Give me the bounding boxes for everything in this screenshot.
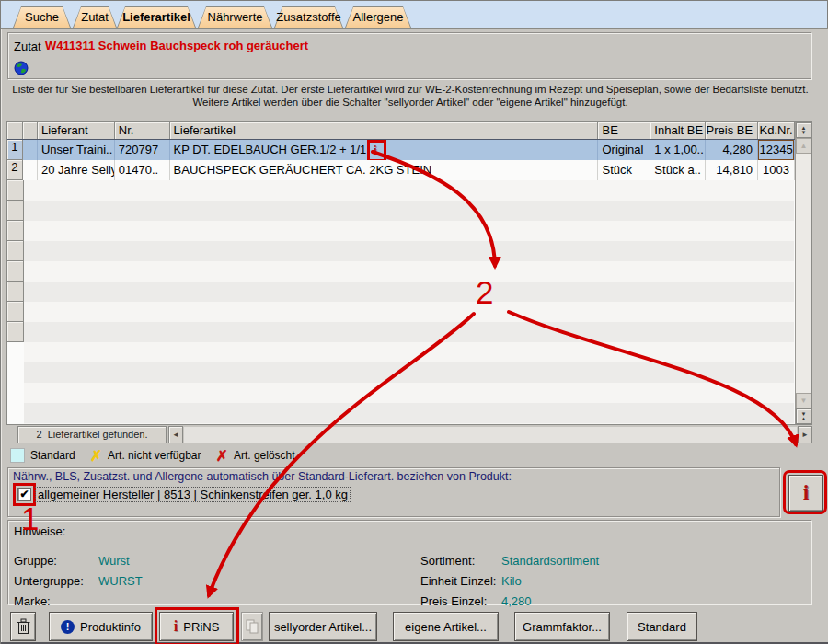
- scrollbar-track[interactable]: [796, 154, 811, 393]
- legend-unavailable-label: Art. nicht verfügbar: [108, 449, 201, 462]
- legend-standard-swatch: [10, 448, 25, 463]
- button-label: Standard: [638, 620, 686, 634]
- button-label: Produktinfo: [80, 620, 141, 634]
- annotation-box-row-info: [367, 140, 386, 160]
- cell-kdnr[interactable]: 12345: [758, 140, 795, 160]
- status-cell: [23, 140, 38, 160]
- scroll-up-icon[interactable]: ▲: [796, 138, 811, 154]
- detail-preis-einzel: Preis Einzel:4,280: [420, 594, 532, 608]
- col-header-nr[interactable]: Nr.: [115, 122, 170, 140]
- copy-button[interactable]: [241, 612, 263, 641]
- tab-zutat[interactable]: Zutat: [73, 6, 117, 28]
- standard-source-checkbox[interactable]: ✔: [17, 488, 31, 501]
- cell-kdnr[interactable]: 1003: [758, 160, 795, 180]
- eigene-artikel-button[interactable]: eigene Artikel...: [393, 612, 499, 641]
- tab-zusatzstoffe[interactable]: Zusatzstoffe: [274, 6, 343, 28]
- legend-deleted-icon: ✗: [216, 447, 228, 465]
- button-label: eigene Artikel...: [405, 620, 487, 634]
- col-header-lieferant[interactable]: Lieferant: [38, 122, 115, 140]
- row-number[interactable]: 2: [7, 160, 23, 180]
- tab-label: Nährwerte: [198, 6, 272, 28]
- cell-lieferant[interactable]: 20 Jahre Selly..: [38, 160, 115, 180]
- cell-be[interactable]: Original: [598, 140, 650, 160]
- tab-suche[interactable]: Suche: [13, 6, 71, 28]
- cell-text: KP DT. EDELBAUCH GER.1/2 + 1/1: [174, 143, 367, 156]
- col-header-preis-be[interactable]: Preis BE: [706, 122, 758, 140]
- standard-button[interactable]: Standard: [627, 612, 697, 641]
- cell-lieferartikel[interactable]: KP DT. EDELBAUCH GER.1/2 + 1/1i: [170, 140, 599, 160]
- row-number[interactable]: 1: [7, 140, 23, 160]
- annotation-box-info-button: [783, 470, 827, 514]
- cell-lieferartikel[interactable]: BAUCHSPECK GERÄUCHERT CA. 2KG STEIN: [170, 160, 599, 180]
- detail-untergruppe: Untergruppe:WURST: [14, 574, 143, 588]
- trash-icon: [17, 618, 30, 635]
- cell-lieferant[interactable]: Unser Traini..: [38, 140, 115, 160]
- product-info-button[interactable]: i: [788, 475, 823, 512]
- list-description: Liste der für Sie bestellbaren Lieferart…: [6, 83, 814, 109]
- col-header-rownum[interactable]: [7, 122, 23, 140]
- cell-inhalt-be[interactable]: Stück a..: [650, 160, 706, 180]
- table-status-row: 2 Lieferartikel gefunden. ◄ ►: [6, 426, 812, 443]
- annotation-step-2: 2: [476, 274, 493, 311]
- main-panel: Zutat W411311 Schwein Bauchspeck roh ger…: [1, 28, 828, 644]
- hscrollbar-track[interactable]: [184, 427, 797, 443]
- artikel-info-icon[interactable]: i: [374, 145, 382, 155]
- tab-lieferartikel[interactable]: Lieferartikel: [117, 6, 196, 28]
- table-empty-area: [24, 180, 794, 424]
- scroll-left-icon[interactable]: ◄: [168, 426, 183, 443]
- delete-button[interactable]: [10, 612, 36, 641]
- cell-nr[interactable]: 720797: [115, 140, 170, 160]
- standard-product-label[interactable]: allgemeiner Hersteller | 8513 | Schinken…: [35, 487, 351, 502]
- cell-preis-be[interactable]: 4,280: [706, 140, 758, 160]
- cell-inhalt-be[interactable]: 1 x 1,00..: [650, 140, 706, 160]
- groupbox-caption: Nährw., BLS, Zusatzst. und Allergene aut…: [13, 470, 512, 483]
- application-window: Suche Zutat Lieferartikel Nährwerte Zusa…: [0, 0, 828, 644]
- legend-standard-label: Standard: [30, 449, 75, 462]
- zutat-header-box: Zutat W411311 Schwein Bauchspeck roh ger…: [7, 32, 811, 79]
- row-number-column: [7, 180, 24, 342]
- tab-label: Zusatzstoffe: [274, 6, 343, 28]
- col-header-inhalt-be[interactable]: Inhalt BE: [650, 122, 706, 140]
- scroll-split-icon[interactable]: ▼▲: [796, 408, 811, 424]
- col-header-be[interactable]: BE: [598, 122, 650, 140]
- table-row[interactable]: 2 20 Jahre Selly.. 01470.. BAUCHSPECK GE…: [7, 160, 795, 180]
- tab-label: Allergene: [345, 6, 411, 28]
- legend-deleted-label: Art. gelöscht: [234, 449, 295, 462]
- cell-be[interactable]: Stück: [598, 160, 650, 180]
- cell-nr[interactable]: 01470..: [115, 160, 170, 180]
- sellyorder-artikel-button[interactable]: sellyorder Artikel...: [269, 612, 377, 641]
- table-row[interactable]: 1 Unser Traini.. 720797 KP DT. EDELBAUCH…: [7, 140, 795, 160]
- produktinfo-button[interactable]: ! Produktinfo: [49, 612, 153, 641]
- vertical-scrollbar[interactable]: ▲▼ ▲ ▼ ▼▲: [795, 122, 811, 424]
- grammfaktor-button[interactable]: Grammfaktor...: [514, 612, 610, 641]
- scroll-split-icon[interactable]: ▲▼: [796, 122, 811, 138]
- button-label: sellyorder Artikel...: [274, 620, 372, 634]
- legend: Standard ✗ Art. nicht verfügbar ✗ Art. g…: [10, 447, 295, 464]
- detail-marke: Marke:: [14, 594, 98, 608]
- col-header-lieferartikel[interactable]: Lieferartikel: [170, 122, 599, 140]
- scroll-down-icon[interactable]: ▼: [796, 393, 811, 408]
- col-header-kdnr[interactable]: Kd.Nr.: [758, 122, 795, 140]
- prins-button[interactable]: i PRiNS: [159, 612, 234, 641]
- tab-naehrwerte[interactable]: Nährwerte: [198, 6, 272, 28]
- copy-icon: [246, 619, 259, 634]
- status-cell: [23, 160, 38, 180]
- scroll-right-icon[interactable]: ►: [798, 426, 812, 443]
- lieferartikel-table: Lieferant Nr. Lieferartikel BE Inhalt BE…: [6, 121, 812, 425]
- result-count: 2 Lieferartikel gefunden.: [17, 426, 167, 443]
- tab-label: Suche: [13, 6, 71, 28]
- detail-gruppe: Gruppe:Wurst: [14, 554, 130, 568]
- table-header-row: Lieferant Nr. Lieferartikel BE Inhalt BE…: [7, 122, 795, 140]
- tab-label: Lieferartikel: [117, 6, 196, 28]
- legend-unavailable-icon: ✗: [90, 447, 102, 465]
- standard-source-groupbox: Nährw., BLS, Zusatzst. und Allergene aut…: [7, 467, 780, 517]
- annotation-step-1: 1: [21, 500, 39, 537]
- tab-allergene[interactable]: Allergene: [345, 6, 411, 28]
- col-header-status[interactable]: [23, 122, 38, 140]
- detail-sortiment: Sortiment:Standardsortiment: [420, 554, 599, 568]
- zutat-label: Zutat: [14, 40, 41, 53]
- annotation-box-prins: [155, 607, 239, 644]
- globe-icon[interactable]: [14, 61, 29, 75]
- cell-preis-be[interactable]: 14,810: [706, 160, 758, 180]
- detail-einheit-einzel: Einheit Einzel:Kilo: [420, 574, 522, 588]
